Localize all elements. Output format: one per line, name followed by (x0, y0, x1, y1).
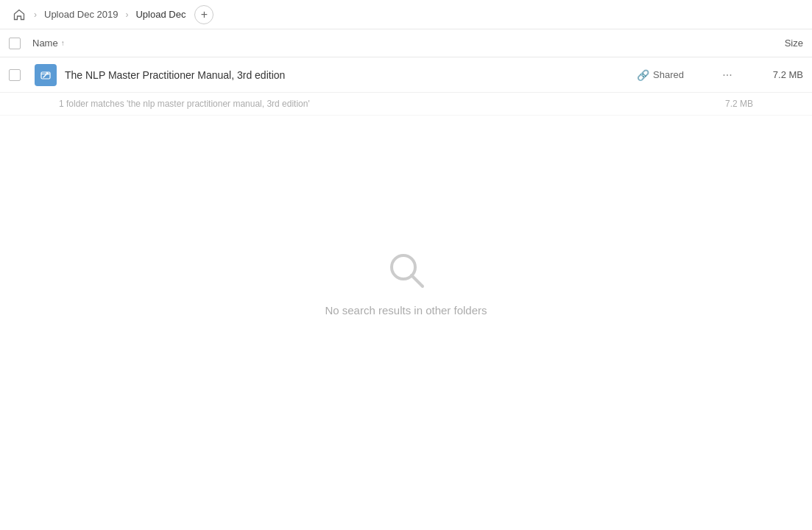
match-info-text: 1 folder matches 'the nlp master practit… (59, 99, 310, 109)
file-checkbox[interactable] (9, 69, 32, 81)
name-column-header[interactable]: Name ↑ (32, 38, 744, 49)
breadcrumb-separator-1: › (34, 10, 37, 20)
breadcrumb-separator-2: › (125, 10, 128, 20)
empty-state-message: No search results in other folders (325, 304, 487, 317)
svg-line-2 (412, 275, 423, 286)
add-button[interactable]: + (194, 5, 213, 24)
more-options-button[interactable]: ··· (716, 64, 738, 86)
select-all-checkbox[interactable] (9, 38, 32, 49)
shared-label: Shared (653, 69, 684, 80)
empty-state: No search results in other folders (0, 116, 812, 317)
breadcrumb-upload-dec[interactable]: Upload Dec (133, 7, 188, 21)
file-checkbox-box[interactable] (9, 69, 21, 81)
match-info-size: 7.2 MB (725, 99, 753, 109)
file-shared-status: 🔗 Shared (637, 69, 710, 81)
file-row[interactable]: The NLP Master Practitioner Manual, 3rd … (0, 57, 812, 93)
column-header-row: Name ↑ Size (0, 29, 812, 57)
breadcrumb-upload-dec-2019[interactable]: Upload Dec 2019 (41, 7, 121, 21)
sort-arrow-icon: ↑ (61, 39, 65, 47)
breadcrumb-bar: › Upload Dec 2019 › Upload Dec + (0, 0, 812, 29)
file-icon-col (32, 64, 59, 86)
name-label: Name (32, 38, 58, 49)
size-column-header[interactable]: Size (744, 38, 803, 49)
link-icon: 🔗 (637, 69, 649, 81)
folder-link-icon (35, 64, 57, 86)
file-name: The NLP Master Practitioner Manual, 3rd … (59, 69, 637, 81)
home-icon[interactable] (9, 4, 29, 25)
match-info-row: 1 folder matches 'the nlp master practit… (0, 93, 812, 116)
file-size: 7.2 MB (744, 69, 803, 80)
more-options-icon: ··· (722, 68, 732, 82)
checkbox-all[interactable] (9, 38, 21, 49)
no-results-search-icon (384, 248, 428, 292)
